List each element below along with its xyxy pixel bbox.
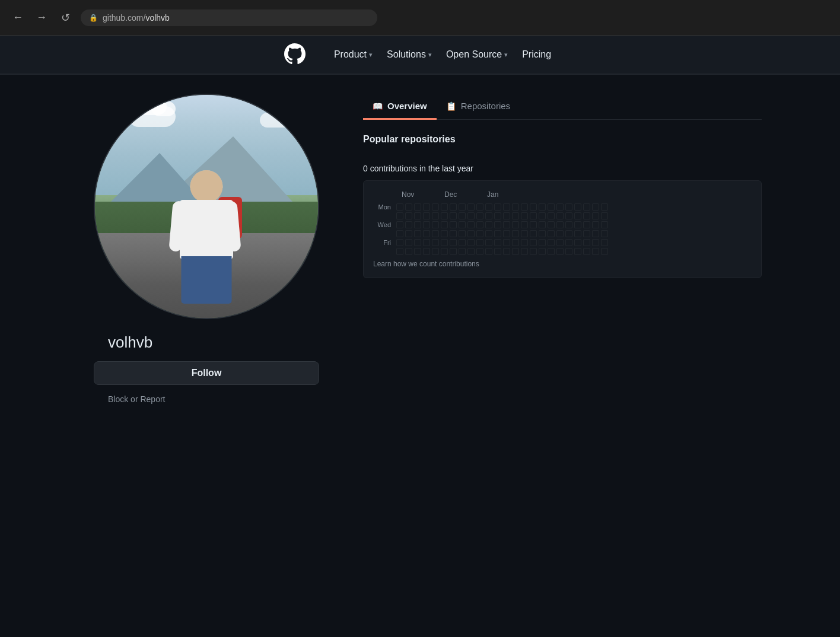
day-cell: [405, 212, 412, 219]
day-cell: [432, 221, 439, 228]
day-cell: [530, 203, 537, 211]
day-cell: [414, 248, 421, 255]
day-cell: [459, 239, 466, 246]
follow-button[interactable]: Follow: [94, 361, 319, 385]
day-cell: [485, 239, 492, 246]
repositories-icon: 📋: [446, 101, 456, 111]
day-cell: [459, 221, 466, 228]
avatar-background: [95, 95, 318, 318]
day-cell: [574, 221, 581, 228]
day-cell: [396, 239, 403, 246]
day-cell: [548, 221, 555, 228]
day-cell: [459, 203, 466, 211]
person-pants: [182, 256, 232, 304]
day-cell: [494, 239, 501, 246]
reload-button[interactable]: ↺: [57, 9, 74, 26]
person-shirt: [180, 200, 233, 259]
day-cell: [583, 248, 590, 255]
tab-overview[interactable]: 📖 Overview: [363, 94, 437, 120]
day-cell: [556, 221, 564, 228]
main-nav: Product ▾ Solutions ▾ Open Source ▾ Pric…: [329, 46, 556, 63]
product-chevron-icon: ▾: [369, 51, 373, 59]
day-cell: [476, 212, 483, 219]
day-cell: [494, 212, 501, 219]
day-cell: [521, 212, 528, 219]
day-cell: [423, 221, 430, 228]
day-cell: [396, 248, 403, 255]
day-cell: [521, 221, 528, 228]
day-cell: [565, 248, 572, 255]
day-cell: [476, 230, 483, 237]
github-header: Product ▾ Solutions ▾ Open Source ▾ Pric…: [0, 36, 840, 74]
day-cell: [539, 212, 546, 219]
day-cell: [423, 230, 430, 237]
day-cell: [601, 221, 608, 228]
nav-solutions[interactable]: Solutions ▾: [382, 46, 437, 63]
block-report-link[interactable]: Block or Report: [78, 394, 165, 404]
username: volhvb: [78, 333, 152, 352]
nav-pricing[interactable]: Pricing: [517, 46, 556, 63]
month-jan: Jan: [487, 190, 511, 199]
address-bar[interactable]: 🔒 github.com/volhvb: [81, 9, 377, 26]
day-cell: [583, 221, 590, 228]
lock-icon: 🔒: [89, 14, 98, 22]
contribution-graph: Nov Dec Jan Mon: [363, 180, 762, 278]
graph-row-wed: Wed: [373, 221, 752, 228]
day-cell: [574, 203, 581, 211]
day-cell: [450, 248, 457, 255]
day-cell: [521, 230, 528, 237]
month-dec: Dec: [444, 190, 468, 199]
day-cell: [556, 212, 564, 219]
day-cell: [521, 248, 528, 255]
day-cell: [548, 203, 555, 211]
day-cell: [565, 203, 572, 211]
day-cell: [601, 248, 608, 255]
day-label-mon: Mon: [373, 203, 391, 211]
day-cell: [414, 212, 421, 219]
day-cell: [432, 230, 439, 237]
day-cell: [467, 212, 475, 219]
github-logo[interactable]: [284, 43, 306, 66]
day-cell: [423, 203, 430, 211]
open-source-chevron-icon: ▾: [504, 51, 508, 59]
day-cell: [441, 248, 448, 255]
day-cell: [539, 230, 546, 237]
day-cell: [450, 221, 457, 228]
main-content: volhvb Follow Block or Report 📖 Overview…: [64, 75, 776, 404]
back-button[interactable]: ←: [9, 9, 26, 26]
tab-repositories[interactable]: 📋 Repositories: [437, 94, 520, 120]
day-cell: [512, 248, 519, 255]
month-nov: Nov: [402, 190, 425, 199]
day-cell: [485, 230, 492, 237]
day-cell: [530, 239, 537, 246]
nav-product[interactable]: Product ▾: [329, 46, 377, 63]
solutions-chevron-icon: ▾: [428, 51, 432, 59]
day-cell: [539, 248, 546, 255]
day-cell: [583, 239, 590, 246]
day-cell: [467, 221, 475, 228]
day-cell: [592, 248, 599, 255]
day-cell: [459, 230, 466, 237]
forward-button[interactable]: →: [33, 9, 50, 26]
day-cell: [601, 212, 608, 219]
day-cell: [441, 212, 448, 219]
day-cell: [565, 239, 572, 246]
nav-open-source[interactable]: Open Source ▾: [441, 46, 513, 63]
day-cell: [565, 230, 572, 237]
day-cell: [592, 239, 599, 246]
day-cell: [503, 248, 510, 255]
day-cell: [423, 248, 430, 255]
cloud-2: [260, 113, 295, 128]
day-cell: [556, 248, 564, 255]
day-cell: [601, 230, 608, 237]
day-cell: [450, 239, 457, 246]
day-cell: [405, 230, 412, 237]
day-cell: [414, 230, 421, 237]
day-cell: [494, 248, 501, 255]
day-cell: [548, 248, 555, 255]
day-cell: [459, 212, 466, 219]
day-cell: [405, 248, 412, 255]
day-cell: [548, 239, 555, 246]
person-figure: [168, 170, 245, 307]
day-cell: [512, 230, 519, 237]
